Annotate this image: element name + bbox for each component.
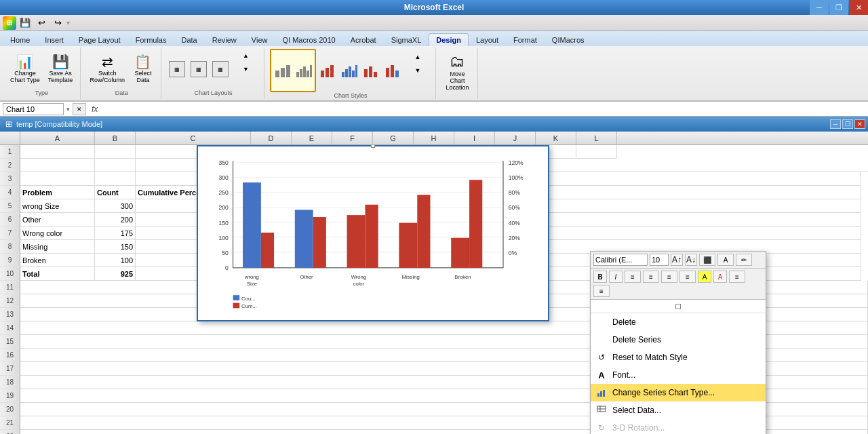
menu-item-delete-series[interactable]: Delete Series (591, 331, 766, 349)
col-header-c[interactable]: C (136, 132, 251, 144)
select-data-button[interactable]: 📋 SelectData (130, 50, 157, 89)
tab-design[interactable]: Design (429, 33, 469, 46)
menu-item-select-data[interactable]: Select Data... (591, 401, 766, 419)
col-header-i[interactable]: I (454, 132, 495, 144)
row-num-7[interactable]: 7 (0, 226, 20, 240)
cell-a5[interactable]: wrong Size (20, 199, 95, 213)
wb-restore-button[interactable]: ❐ (842, 119, 853, 129)
cell-b8[interactable]: 150 (95, 240, 136, 254)
row-num-2[interactable]: 2 (0, 159, 20, 172)
menu-item-change-series-type[interactable]: Change Series Chart Type... (591, 384, 766, 401)
tab-sigmaxl[interactable]: SigmaXL (384, 33, 429, 46)
cell-b10[interactable]: 925 (95, 267, 136, 281)
menu-item-reset-style[interactable]: ↺ Reset to Match Style (591, 349, 766, 366)
cell-b3[interactable] (95, 172, 136, 186)
font-highlight-button[interactable]: A (698, 271, 711, 283)
change-chart-type-button[interactable]: 📊 ChangeChart Type (7, 50, 43, 89)
list-button[interactable]: ≡ (729, 271, 745, 283)
col-header-f[interactable]: F (332, 132, 373, 144)
styles-scroll-up[interactable]: ▲ (404, 51, 431, 63)
row-num-13[interactable]: 13 (0, 308, 20, 321)
cell-a3[interactable] (20, 172, 95, 186)
fx-label[interactable]: fx (89, 104, 100, 114)
formula-input[interactable] (103, 105, 865, 113)
tab-qimacros[interactable]: QIMacros (545, 33, 592, 46)
cell-a8[interactable]: Missing (20, 240, 95, 254)
cell-l1[interactable] (576, 145, 617, 159)
cell-a2[interactable] (20, 159, 95, 172)
layout-3-button[interactable]: ▦ (210, 50, 231, 89)
col-header-l[interactable]: L (576, 132, 617, 144)
cell-b2[interactable] (95, 159, 136, 172)
resize-handle[interactable] (675, 304, 681, 309)
pen-button[interactable]: ✏ (736, 254, 752, 266)
style-5-button[interactable] (361, 51, 381, 90)
style-2-button[interactable] (294, 51, 314, 90)
cell-b4[interactable]: Count (95, 186, 136, 199)
layout-2-button[interactable]: ▦ (189, 50, 209, 89)
style-6-button[interactable] (382, 51, 403, 90)
tab-review[interactable]: Review (205, 33, 244, 46)
font-color-button[interactable]: A (717, 254, 734, 266)
style-4-button[interactable] (339, 51, 359, 90)
wb-minimize-button[interactable]: ─ (830, 119, 841, 129)
cell-a6[interactable]: Other (20, 213, 95, 226)
row-num-9[interactable]: 9 (0, 254, 20, 267)
tab-insert[interactable]: Insert (37, 33, 71, 46)
col-header-b[interactable]: B (95, 132, 136, 144)
name-box-arrow[interactable]: ▾ (66, 106, 70, 113)
office-logo[interactable]: ⊞ (3, 16, 16, 30)
redo-button[interactable]: ↪ (50, 16, 65, 30)
bold-button[interactable]: B (593, 271, 607, 283)
row-num-14[interactable]: 14 (0, 321, 20, 335)
font-grow-button[interactable]: A↑ (671, 254, 683, 266)
menu-item-font[interactable]: A Font... (591, 366, 766, 384)
menu-item-delete[interactable]: Delete (591, 313, 766, 331)
tab-qi-macros[interactable]: QI Macros 2010 (275, 33, 342, 46)
style-1-button[interactable] (272, 51, 292, 90)
move-chart-location-button[interactable]: 🗂 MoveChartLocation (442, 53, 472, 92)
font-name-input[interactable] (593, 254, 648, 266)
col-header-e[interactable]: E (292, 132, 332, 144)
restore-button[interactable]: ❐ (829, 0, 848, 15)
tab-home[interactable]: Home (3, 33, 37, 46)
align-center-button[interactable]: ≡ (643, 271, 659, 283)
row-num-19[interactable]: 19 (0, 389, 20, 403)
row-num-20[interactable]: 20 (0, 403, 20, 416)
row-num-15[interactable]: 15 (0, 335, 20, 349)
font-size-input[interactable] (650, 254, 669, 266)
cell-a10[interactable]: Total (20, 267, 95, 281)
row-num-18[interactable]: 18 (0, 376, 20, 389)
row-num-5[interactable]: 5 (0, 199, 20, 213)
cell-b9[interactable]: 100 (95, 254, 136, 267)
tab-acrobat[interactable]: Acrobat (343, 33, 384, 46)
row-num-3[interactable]: 3 (0, 172, 20, 186)
layout-1-button[interactable]: ▦ (167, 50, 187, 89)
align-justify-button[interactable]: ≡ (679, 271, 696, 283)
style-3-button[interactable] (317, 51, 338, 90)
col-header-h[interactable]: H (414, 132, 454, 144)
col-header-g[interactable]: G (373, 132, 414, 144)
tab-layout[interactable]: Layout (469, 33, 506, 46)
tab-formulas[interactable]: Formulas (128, 33, 174, 46)
switch-row-col-button[interactable]: ⇄ SwitchRow/Column (86, 50, 128, 89)
align-left-button[interactable]: ≡ (625, 271, 641, 283)
row-num-22[interactable]: 22 (0, 430, 20, 434)
cell-b1[interactable] (95, 145, 136, 159)
row-num-16[interactable]: 16 (0, 349, 20, 362)
col-header-j[interactable]: J (495, 132, 536, 144)
resize-handle-top[interactable] (371, 145, 375, 148)
styles-scroll-down[interactable]: ▼ (404, 64, 431, 77)
layout-scroll-down[interactable]: ▼ (232, 63, 259, 75)
tab-view[interactable]: View (244, 33, 275, 46)
cell-b5[interactable]: 300 (95, 199, 136, 213)
name-box[interactable] (3, 103, 64, 115)
cell-b7[interactable]: 175 (95, 226, 136, 240)
list-2-button[interactable]: ≡ (593, 285, 610, 297)
save-qat-button[interactable]: 💾 (18, 16, 33, 30)
row-num-10[interactable]: 10 (0, 267, 20, 281)
cell-a4[interactable]: Problem (20, 186, 95, 199)
cell-a7[interactable]: Wrong color (20, 226, 95, 240)
tab-data[interactable]: Data (174, 33, 204, 46)
close-button[interactable]: ✕ (849, 0, 868, 15)
